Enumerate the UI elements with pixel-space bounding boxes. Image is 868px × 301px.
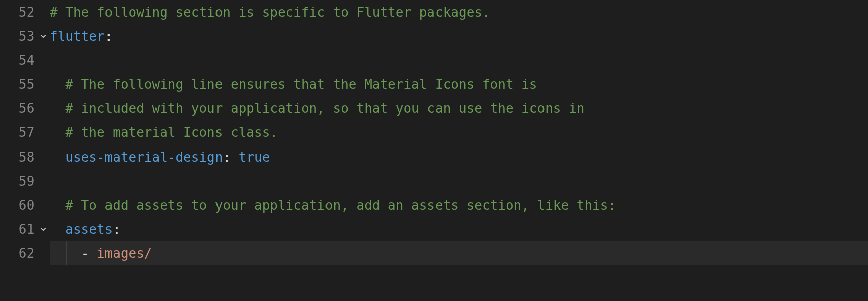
dash-token: -	[81, 241, 97, 265]
code-line[interactable]: uses-material-design: true	[50, 145, 868, 169]
indent-guide	[51, 169, 51, 193]
line-number-text: 52	[19, 0, 35, 24]
fold-spacer	[38, 0, 49, 24]
indent-guide	[66, 241, 67, 265]
indent-guide	[51, 241, 51, 265]
line-number: 59	[0, 169, 35, 193]
key-token: uses-material-design	[65, 145, 223, 169]
line-number-text: 56	[19, 96, 35, 120]
fold-spacer	[38, 145, 49, 169]
line-number-text: 58	[19, 145, 35, 169]
code-line[interactable]: # the material Icons class.	[50, 120, 868, 144]
code-area[interactable]: # The following section is specific to F…	[49, 0, 868, 301]
comment-token: # the material Icons class.	[65, 120, 278, 144]
indent-guide	[51, 48, 51, 72]
comment-token: # The following line ensures that the Ma…	[65, 72, 537, 96]
code-line[interactable]: # To add assets to your application, add…	[50, 193, 868, 217]
whitespace	[50, 145, 65, 169]
chevron-down-icon	[39, 24, 48, 48]
chevron-down-icon	[39, 217, 48, 241]
line-number-text: 55	[19, 72, 35, 96]
code-line[interactable]: - images/	[50, 241, 868, 265]
line-number-text: 53	[19, 24, 35, 48]
line-number: 62	[0, 241, 35, 265]
fold-spacer	[38, 169, 49, 193]
code-line[interactable]: # The following section is specific to F…	[50, 0, 868, 24]
fold-toggle[interactable]	[38, 217, 49, 241]
key-token: flutter	[50, 24, 105, 48]
indent-guide	[51, 193, 51, 217]
code-line[interactable]	[50, 169, 868, 193]
line-number: 54	[0, 48, 35, 72]
line-number: 53	[0, 24, 35, 48]
code-line[interactable]	[50, 48, 868, 72]
fold-column	[38, 0, 49, 301]
bool-token: true	[239, 145, 270, 169]
line-number: 60	[0, 193, 35, 217]
line-number-text: 61	[19, 217, 35, 241]
line-number: 61	[0, 217, 35, 241]
fold-spacer	[38, 48, 49, 72]
code-line[interactable]: # The following line ensures that the Ma…	[50, 72, 868, 96]
code-line[interactable]: assets:	[50, 217, 868, 241]
comment-token: # included with your application, so tha…	[65, 96, 584, 120]
key-token: assets	[65, 217, 113, 241]
line-number-text: 62	[19, 241, 35, 265]
whitespace	[50, 120, 65, 144]
line-number: 52	[0, 0, 35, 24]
indent-guide	[51, 217, 51, 241]
fold-toggle[interactable]	[38, 24, 49, 48]
whitespace	[50, 96, 65, 120]
whitespace	[50, 72, 65, 96]
punct-token: :	[223, 145, 238, 169]
line-number-gutter: 5253545556575859606162	[0, 0, 38, 301]
line-number: 57	[0, 120, 35, 144]
indent-guide	[82, 241, 82, 265]
punct-token: :	[105, 24, 113, 48]
indent-guide	[51, 72, 51, 96]
line-number: 58	[0, 145, 35, 169]
indent-guide	[51, 120, 51, 144]
comment-token: # The following section is specific to F…	[50, 0, 490, 24]
line-number-text: 59	[19, 169, 35, 193]
fold-spacer	[38, 241, 49, 265]
code-line[interactable]: flutter:	[50, 24, 868, 48]
whitespace	[50, 193, 65, 217]
line-number-text: 57	[19, 120, 35, 144]
indent-guide	[51, 96, 51, 120]
fold-spacer	[38, 96, 49, 120]
whitespace	[50, 217, 65, 241]
fold-spacer	[38, 72, 49, 96]
line-number: 56	[0, 96, 35, 120]
fold-spacer	[38, 120, 49, 144]
code-line[interactable]: # included with your application, so tha…	[50, 96, 868, 120]
line-number-text: 60	[19, 193, 35, 217]
string-token: images/	[97, 241, 152, 265]
line-number-text: 54	[19, 48, 35, 72]
indent-guide	[51, 145, 51, 169]
comment-token: # To add assets to your application, add…	[65, 193, 616, 217]
line-number: 55	[0, 72, 35, 96]
code-editor[interactable]: 5253545556575859606162 # The following s…	[0, 0, 868, 301]
whitespace	[50, 241, 81, 265]
punct-token: :	[113, 217, 121, 241]
fold-spacer	[38, 193, 49, 217]
